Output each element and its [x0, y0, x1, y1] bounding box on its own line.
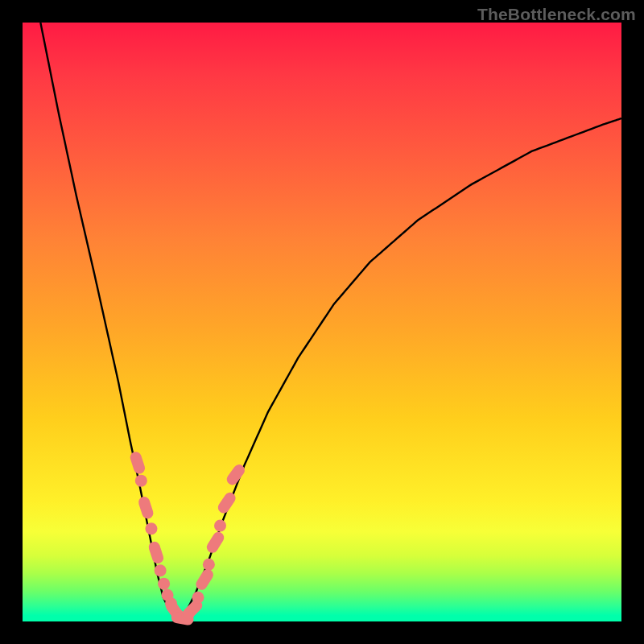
- marker-dot-5: [155, 564, 167, 576]
- marker-dot-6: [158, 578, 170, 590]
- chart-frame: TheBottleneck.com: [0, 0, 644, 644]
- curve-left-branch: [40, 23, 178, 621]
- marker-pill-2: [137, 495, 155, 520]
- chart-svg: [23, 23, 621, 621]
- marker-pill-17: [204, 530, 226, 555]
- marker-dot-14: [192, 592, 204, 604]
- marker-pill-4: [147, 540, 165, 565]
- curve-layer: [40, 23, 621, 621]
- marker-pill-0: [129, 450, 147, 475]
- marker-layer: [129, 450, 247, 625]
- marker-dot-18: [214, 519, 226, 531]
- marker-dot-1: [135, 475, 147, 487]
- marker-pill-19: [216, 490, 237, 515]
- plot-area: [23, 23, 621, 621]
- watermark-text: TheBottleneck.com: [477, 5, 636, 24]
- curve-right-branch: [178, 118, 621, 621]
- marker-dot-3: [145, 522, 157, 535]
- marker-dot-16: [203, 559, 215, 571]
